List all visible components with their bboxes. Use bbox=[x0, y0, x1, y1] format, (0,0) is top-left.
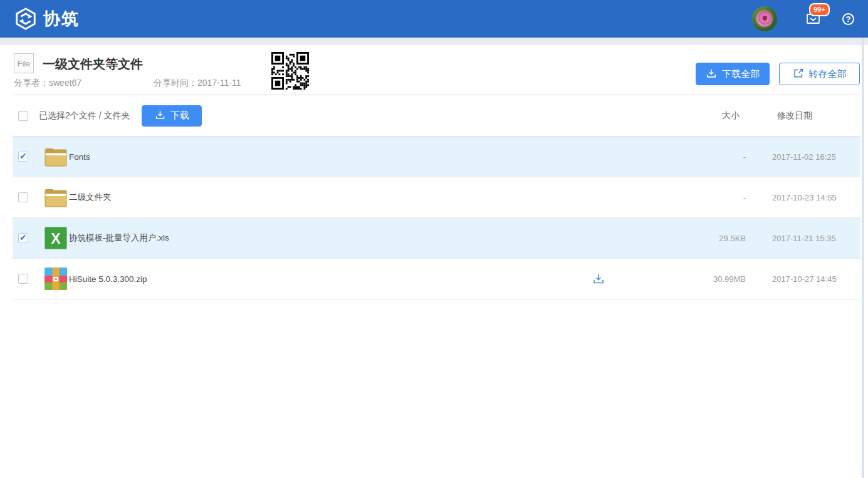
list-toolbar: 已选择2个文件 / 文件夹 下载 大小 修改日期 bbox=[13, 95, 860, 137]
column-header-modified: 修改日期 bbox=[777, 95, 812, 136]
excel-icon: X bbox=[44, 227, 67, 249]
save-all-button[interactable]: 转存全部 bbox=[779, 63, 860, 85]
selection-count-text: 已选择2个文件 / 文件夹 bbox=[39, 110, 130, 122]
file-name: 二级文件夹 bbox=[69, 192, 674, 203]
file-modified-date: 2017-10-27 14:45 bbox=[772, 274, 837, 284]
row-checkbox[interactable] bbox=[18, 152, 28, 162]
table-row[interactable]: X 协筑模板-批量导入用户.xls 29.5KB 2017-11-21 15:3… bbox=[13, 218, 860, 259]
sharer-name: sweet67 bbox=[49, 78, 81, 88]
row-checkbox[interactable] bbox=[18, 274, 28, 284]
export-arrow-icon bbox=[793, 68, 804, 81]
folder-icon bbox=[44, 186, 67, 209]
question-icon: ? bbox=[846, 14, 851, 24]
file-size: - bbox=[674, 193, 746, 202]
table-row[interactable]: HiSuite 5.0.3.300.zip 30.99MB 2017-10-27… bbox=[13, 259, 860, 299]
share-time: 2017-11-11 bbox=[197, 78, 241, 88]
svg-text:X: X bbox=[51, 231, 61, 247]
user-avatar[interactable] bbox=[752, 6, 777, 31]
save-all-label: 转存全部 bbox=[809, 68, 847, 80]
share-time-label: 分享时间： bbox=[154, 78, 197, 88]
zip-icon bbox=[44, 268, 67, 290]
row-checkbox[interactable] bbox=[18, 192, 28, 202]
top-bar: 协筑 99+ ? bbox=[0, 0, 868, 38]
file-name: Fonts bbox=[69, 152, 674, 162]
row-checkbox[interactable] bbox=[18, 233, 28, 243]
download-all-label: 下载全部 bbox=[722, 68, 760, 80]
help-button[interactable]: ? bbox=[842, 13, 854, 25]
download-all-button[interactable]: 下载全部 bbox=[696, 63, 770, 85]
file-modified-date: 2017-11-21 15:35 bbox=[772, 234, 837, 243]
download-selected-label: 下载 bbox=[170, 110, 189, 122]
file-modified-date: 2017-10-23 14:55 bbox=[772, 193, 837, 202]
header-divider-band bbox=[0, 38, 868, 45]
app-logo[interactable]: 协筑 bbox=[14, 7, 80, 31]
file-list-area: 已选择2个文件 / 文件夹 下载 大小 修改日期 Fonts - 2017-11… bbox=[13, 95, 860, 299]
file-size: 29.5KB bbox=[674, 234, 746, 243]
column-header-size: 大小 bbox=[722, 95, 740, 136]
download-tray-icon bbox=[155, 110, 165, 122]
page-title: 一级文件夹等文件 bbox=[43, 56, 143, 73]
file-name: 协筑模板-批量导入用户.xls bbox=[69, 232, 674, 244]
download-tray-icon bbox=[706, 68, 717, 81]
scrollbar[interactable] bbox=[862, 38, 864, 478]
app-name: 协筑 bbox=[43, 8, 80, 30]
table-row[interactable]: 二级文件夹 - 2017-10-23 14:55 bbox=[13, 177, 860, 218]
share-header: File 一级文件夹等文件 分享者：sweet67 分享时间：2017-11-1… bbox=[13, 45, 860, 95]
qr-code bbox=[271, 52, 309, 90]
messages-button[interactable]: 99+ bbox=[806, 11, 822, 27]
message-count-badge: 99+ bbox=[809, 3, 830, 16]
folder-icon bbox=[44, 145, 67, 168]
file-list: Fonts - 2017-11-02 16:25 二级文件夹 - 2017-10… bbox=[13, 137, 860, 299]
hexagon-logo-icon bbox=[14, 7, 38, 31]
file-name: HiSuite 5.0.3.300.zip bbox=[69, 274, 674, 284]
sharer-label: 分享者： bbox=[14, 78, 49, 88]
share-meta: 分享者：sweet67 分享时间：2017-11-11 bbox=[14, 78, 81, 89]
file-size: 30.99MB bbox=[674, 274, 746, 284]
file-type-badge: File bbox=[14, 53, 34, 73]
message-icon bbox=[806, 17, 821, 28]
file-size: - bbox=[674, 152, 746, 162]
select-all-checkbox[interactable] bbox=[18, 111, 28, 121]
download-selected-button[interactable]: 下载 bbox=[142, 105, 202, 127]
table-row[interactable]: Fonts - 2017-11-02 16:25 bbox=[13, 137, 860, 177]
file-modified-date: 2017-11-02 16:25 bbox=[772, 152, 837, 162]
row-download-icon[interactable] bbox=[592, 273, 605, 285]
